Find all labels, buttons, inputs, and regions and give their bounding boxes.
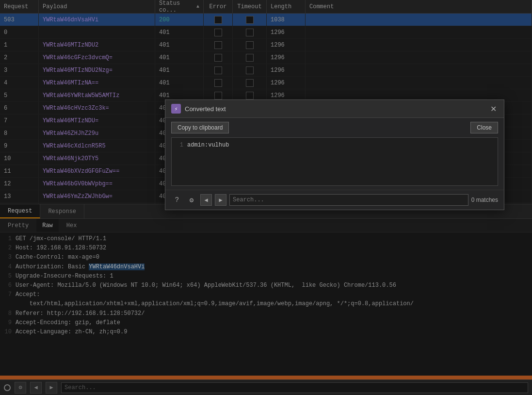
modal-content-area: 1 admin:vulhub [171, 137, 498, 186]
modal-toolbar: Copy to clipboard Close [165, 118, 504, 137]
modal-line-number: 1 [176, 142, 183, 181]
modal-line-content: admin:vulhub [187, 142, 229, 181]
help-icon-btn[interactable]: ? [171, 194, 183, 206]
modal-header: ⚡ Converted text ✕ [165, 100, 504, 118]
modal-search-bar: ? ⚙ ◀ ▶ 0 matches [165, 190, 504, 210]
modal-title: Converted text [185, 105, 484, 113]
modal-search-input[interactable] [229, 194, 468, 206]
modal-matches-count: 0 matches [471, 197, 498, 203]
search-prev-btn[interactable]: ◀ [200, 194, 212, 206]
copy-to-clipboard-button[interactable]: Copy to clipboard [171, 122, 229, 133]
search-next-btn[interactable]: ▶ [215, 194, 226, 206]
converted-text-modal: ⚡ Converted text ✕ Copy to clipboard Clo… [165, 99, 504, 210]
modal-overlay: ⚡ Converted text ✕ Copy to clipboard Clo… [0, 0, 532, 395]
settings-icon-btn[interactable]: ⚙ [186, 194, 197, 206]
modal-close-btn[interactable]: Close [470, 122, 498, 133]
modal-close-button[interactable]: ✕ [488, 104, 498, 114]
modal-icon: ⚡ [171, 104, 181, 114]
